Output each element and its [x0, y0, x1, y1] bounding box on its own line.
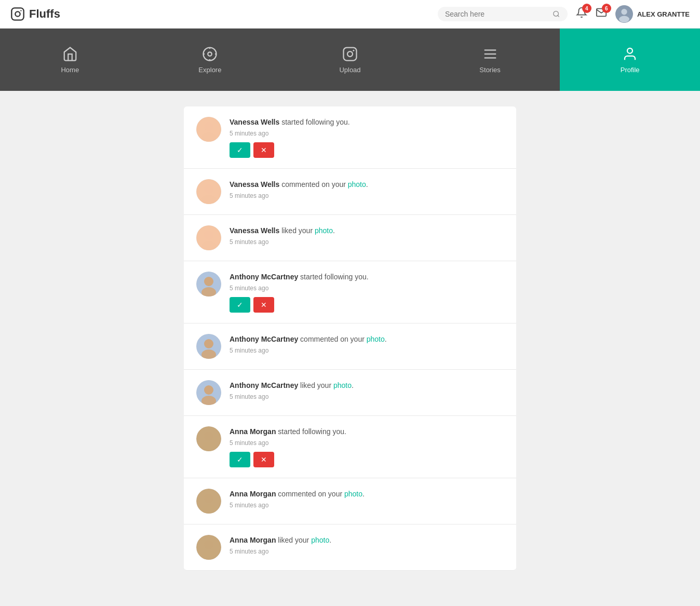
home-icon — [62, 46, 78, 62]
list-item: Vanessa Wells commented on your photo. 5… — [184, 169, 516, 215]
notif-body: Anna Morgan started following you. 5 min… — [230, 426, 504, 467]
notif-time: 5 minutes ago — [230, 130, 504, 137]
nav-stories-label: Stories — [479, 66, 500, 74]
notif-link[interactable]: photo — [367, 335, 385, 343]
user-avatar-image — [196, 272, 221, 297]
notif-time: 5 minutes ago — [230, 548, 504, 555]
notif-body: Anthony McCartney commented on your phot… — [230, 334, 504, 354]
notif-link[interactable]: photo — [333, 381, 352, 389]
nav-home-label: Home — [61, 66, 79, 74]
avatar — [196, 117, 221, 142]
notif-link[interactable]: photo — [344, 490, 362, 498]
nav-profile-label: Profile — [621, 66, 640, 74]
nav-explore[interactable]: Explore — [140, 29, 280, 91]
main-nav: Home Explore Upload Stories — [0, 29, 700, 91]
avatar — [196, 489, 221, 514]
search-box[interactable] — [438, 7, 568, 21]
svg-point-15 — [347, 51, 353, 57]
notif-user: Anthony McCartney — [230, 335, 298, 343]
svg-point-6 — [621, 9, 627, 15]
nav-upload-label: Upload — [339, 66, 360, 74]
reject-button[interactable]: ✕ — [253, 452, 274, 467]
notif-user: Vanessa Wells — [230, 118, 279, 126]
notif-user: Anna Morgan — [230, 427, 276, 436]
notif-body: Vanessa Wells liked your photo. 5 minute… — [230, 225, 504, 246]
messages-badge: 6 — [602, 4, 611, 13]
svg-point-43 — [204, 494, 213, 503]
avatar — [196, 426, 221, 451]
nav-explore-label: Explore — [198, 66, 221, 74]
avatar — [196, 225, 221, 250]
stories-icon — [482, 46, 498, 62]
svg-point-34 — [204, 339, 213, 348]
avatar — [196, 179, 221, 204]
nav-stories[interactable]: Stories — [420, 29, 560, 91]
logo-icon — [10, 7, 25, 21]
nav-home[interactable]: Home — [0, 29, 140, 91]
follow-actions: ✓ ✕ — [230, 142, 504, 158]
notif-user: Anna Morgan — [230, 490, 276, 498]
svg-point-9 — [208, 52, 212, 56]
user-avatar-image — [196, 489, 221, 514]
app-logo: Fluffs — [10, 7, 60, 21]
user-profile[interactable]: ALEX GRANTTE — [615, 5, 690, 23]
user-avatar-image — [196, 380, 221, 405]
notifications-badge: 4 — [582, 4, 591, 13]
accept-button[interactable]: ✓ — [230, 452, 250, 467]
notif-time: 5 minutes ago — [230, 238, 504, 246]
svg-point-28 — [204, 231, 213, 240]
nav-upload[interactable]: Upload — [280, 29, 420, 91]
avatar — [196, 334, 221, 359]
list-item: Anna Morgan liked your photo. 5 minutes … — [184, 524, 516, 571]
notif-text: Anthony McCartney started following you. — [230, 272, 504, 282]
notif-text: Vanessa Wells started following you. — [230, 117, 504, 128]
messages-button[interactable]: 6 — [596, 7, 607, 21]
svg-point-7 — [619, 16, 629, 23]
list-item: Anthony McCartney started following you.… — [184, 261, 516, 324]
svg-line-4 — [558, 16, 559, 17]
profile-icon — [622, 46, 638, 62]
notif-user: Anthony McCartney — [230, 273, 298, 281]
list-item: Anthony McCartney liked your photo. 5 mi… — [184, 370, 516, 416]
svg-point-46 — [204, 540, 213, 549]
notif-time: 5 minutes ago — [230, 439, 504, 447]
follow-actions: ✓ ✕ — [230, 297, 504, 313]
svg-point-1 — [15, 11, 20, 16]
notif-body: Anna Morgan commented on your photo. 5 m… — [230, 489, 504, 509]
notif-link[interactable]: photo — [311, 536, 329, 544]
notif-text: Anna Morgan liked your photo. — [230, 535, 504, 546]
svg-point-3 — [554, 11, 559, 17]
notif-body: Anthony McCartney liked your photo. 5 mi… — [230, 380, 504, 400]
user-avatar-image — [615, 5, 633, 23]
search-input[interactable] — [445, 10, 549, 18]
reject-button[interactable]: ✕ — [253, 142, 274, 158]
accept-button[interactable]: ✓ — [230, 142, 250, 158]
explore-icon — [202, 46, 218, 62]
notif-body: Vanessa Wells started following you. 5 m… — [230, 117, 504, 158]
topbar-right: 4 6 ALEX GRANTTE — [438, 5, 690, 23]
notif-user: Anthony McCartney — [230, 381, 298, 389]
notif-time: 5 minutes ago — [230, 502, 504, 509]
user-avatar-image — [196, 225, 221, 250]
avatar — [615, 5, 633, 23]
notif-user: Vanessa Wells — [230, 180, 279, 188]
reject-button[interactable]: ✕ — [253, 297, 274, 313]
nav-profile[interactable]: Profile — [560, 29, 700, 91]
user-avatar-image — [196, 334, 221, 359]
accept-button[interactable]: ✓ — [230, 297, 250, 313]
notif-user: Vanessa Wells — [230, 226, 279, 235]
notif-link[interactable]: photo — [348, 180, 366, 188]
notifications-button[interactable]: 4 — [576, 7, 587, 21]
svg-point-20 — [627, 48, 632, 53]
follow-actions: ✓ ✕ — [230, 452, 504, 467]
topbar: Fluffs 4 6 — [0, 0, 700, 29]
notif-link[interactable]: photo — [315, 226, 333, 235]
notif-text: Vanessa Wells commented on your photo. — [230, 179, 504, 190]
notifications-list: Vanessa Wells started following you. 5 m… — [184, 106, 516, 571]
notif-time: 5 minutes ago — [230, 393, 504, 400]
notif-text: Anthony McCartney liked your photo. — [230, 380, 504, 391]
user-avatar-image — [196, 179, 221, 204]
svg-rect-14 — [343, 47, 356, 60]
notif-time: 5 minutes ago — [230, 347, 504, 354]
notif-text: Anna Morgan started following you. — [230, 426, 504, 437]
